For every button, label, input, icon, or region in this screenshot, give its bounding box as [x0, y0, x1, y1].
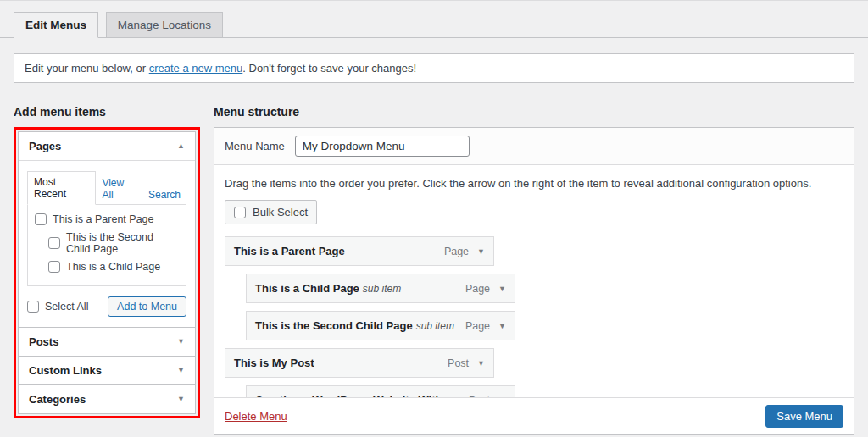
page-checkbox[interactable] — [48, 237, 60, 249]
menu-instructions: Drag the items into the order you prefer… — [214, 165, 854, 198]
select-all-label: Select All — [45, 301, 88, 313]
highlight-box: Pages ▲ Most Recent View All Search T — [14, 127, 200, 418]
custom-links-panel: Custom Links ▼ — [18, 357, 196, 385]
pages-panel-actions: Select All Add to Menu — [27, 296, 186, 317]
chevron-down-icon[interactable]: ▼ — [177, 338, 185, 346]
pages-panel: Pages ▲ Most Recent View All Search T — [18, 131, 196, 328]
menu-item-text: This is the Second Child Pagesub item — [255, 319, 454, 332]
bulk-select-label: Bulk Select — [253, 206, 308, 218]
page-checkbox[interactable] — [48, 261, 60, 273]
tab-manage-locations[interactable]: Manage Locations — [106, 12, 223, 38]
pages-filter-tabs: Most Recent View All Search — [27, 171, 186, 205]
menu-item-type: Page — [465, 283, 490, 295]
menu-item-type: Post — [448, 357, 469, 369]
categories-panel-label: Categories — [29, 393, 86, 406]
menu-item-meta: Page ▼ — [465, 320, 506, 332]
page-checkbox-label: This is a Parent Page — [53, 213, 154, 225]
menu-item-title: This is a Parent Page — [234, 245, 345, 257]
page-checklist-item: This is a Child Page — [48, 261, 179, 273]
chevron-down-icon[interactable]: ▼ — [498, 323, 506, 330]
bulk-select-checkbox[interactable] — [234, 207, 246, 218]
page-checklist-item: This is the Second Child Page — [48, 231, 179, 255]
menu-structure-heading: Menu structure — [214, 105, 854, 119]
add-menu-items-heading: Add menu items — [14, 105, 200, 119]
custom-links-panel-label: Custom Links — [29, 364, 102, 377]
custom-links-panel-header[interactable]: Custom Links ▼ — [19, 357, 195, 384]
menu-item-bar[interactable]: This is a Child Pagesub item Page ▼ — [246, 274, 515, 303]
menu-item-title: This is the Second Child Page — [255, 319, 413, 332]
menu-item-bar[interactable]: This is the Second Child Pagesub item Pa… — [246, 311, 515, 340]
menu-item-type: Page — [465, 320, 490, 332]
menu-item-bar[interactable]: This is My Post Post ▼ — [225, 348, 494, 378]
add-menu-items-column: Add menu items Pages ▲ Most Recent View … — [14, 105, 200, 418]
posts-panel: Posts ▼ — [18, 328, 196, 357]
notice-text-post: . Don't forget to save your changes! — [242, 62, 416, 75]
menu-item-meta: Page ▼ — [444, 246, 485, 257]
menu-item-text: This is a Parent Page — [234, 245, 348, 257]
page-checklist-item: This is a Parent Page — [35, 213, 179, 225]
chevron-down-icon[interactable]: ▼ — [477, 248, 485, 256]
wp-edit-menus-page: Edit Menus Manage Locations Edit your me… — [0, 0, 868, 437]
add-to-menu-button[interactable]: Add to Menu — [108, 296, 186, 317]
create-new-menu-link[interactable]: create a new menu — [149, 62, 243, 75]
page-checkbox-label: This is a Child Page — [66, 261, 160, 273]
chevron-down-icon[interactable]: ▼ — [498, 285, 506, 293]
save-menu-button[interactable]: Save Menu — [765, 405, 843, 428]
select-all-checkbox[interactable] — [27, 301, 39, 313]
menu-item-text: This is My Post — [234, 357, 318, 369]
tab-edit-menus[interactable]: Edit Menus — [14, 12, 98, 38]
pages-panel-header[interactable]: Pages ▲ — [19, 132, 195, 161]
pages-panel-label: Pages — [29, 140, 61, 152]
menu-item-bar[interactable]: This is a Parent Page Page ▼ — [225, 236, 494, 266]
chevron-up-icon[interactable]: ▲ — [177, 142, 185, 150]
delete-menu-link[interactable]: Delete Menu — [225, 410, 287, 423]
menu-name-input[interactable] — [295, 136, 470, 157]
menu-item-text: This is a Child Pagesub item — [255, 282, 401, 295]
posts-panel-header[interactable]: Posts ▼ — [19, 328, 195, 356]
notice-text-pre: Edit your menu below, or — [25, 62, 149, 75]
tab-most-recent[interactable]: Most Recent — [27, 171, 96, 205]
menu-item-subitem-label: sub item — [363, 283, 401, 295]
tab-search[interactable]: Search — [142, 185, 186, 205]
bulk-select-toggle[interactable]: Bulk Select — [225, 200, 317, 224]
menu-structure-column: Menu structure Menu Name Drag the items … — [214, 105, 854, 435]
content-columns: Add menu items Pages ▲ Most Recent View … — [0, 105, 868, 435]
menu-name-row: Menu Name — [214, 128, 854, 165]
chevron-down-icon[interactable]: ▼ — [477, 360, 485, 368]
pages-panel-body: Most Recent View All Search This is a Pa… — [19, 161, 195, 327]
menu-item-meta: Page ▼ — [465, 283, 506, 295]
menu-footer: Delete Menu Save Menu — [214, 397, 854, 434]
menu-item-type: Page — [444, 246, 469, 257]
page-checkbox-label: This is the Second Child Page — [66, 231, 179, 255]
screen-tabs: Edit Menus Manage Locations — [0, 1, 868, 38]
categories-panel: Categories ▼ — [18, 385, 196, 414]
menu-item-title: This is a Child Page — [255, 282, 359, 295]
select-all-control: Select All — [27, 301, 88, 313]
posts-panel-label: Posts — [29, 335, 58, 348]
tab-view-all[interactable]: View All — [96, 173, 142, 205]
menu-name-label: Menu Name — [225, 140, 285, 152]
chevron-down-icon[interactable]: ▼ — [177, 396, 185, 403]
chevron-down-icon[interactable]: ▼ — [177, 367, 185, 374]
page-checklist: This is a Parent Page This is the Second… — [27, 204, 186, 286]
categories-panel-header[interactable]: Categories ▼ — [19, 385, 195, 413]
menu-item-title: This is My Post — [234, 357, 314, 369]
menu-structure-box: Menu Name Drag the items into the order … — [214, 127, 854, 435]
page-checkbox[interactable] — [35, 213, 47, 225]
menu-item-subitem-label: sub item — [416, 320, 454, 332]
menu-item-meta: Post ▼ — [448, 357, 485, 369]
notice-banner: Edit your menu below, or create a new me… — [14, 53, 854, 83]
